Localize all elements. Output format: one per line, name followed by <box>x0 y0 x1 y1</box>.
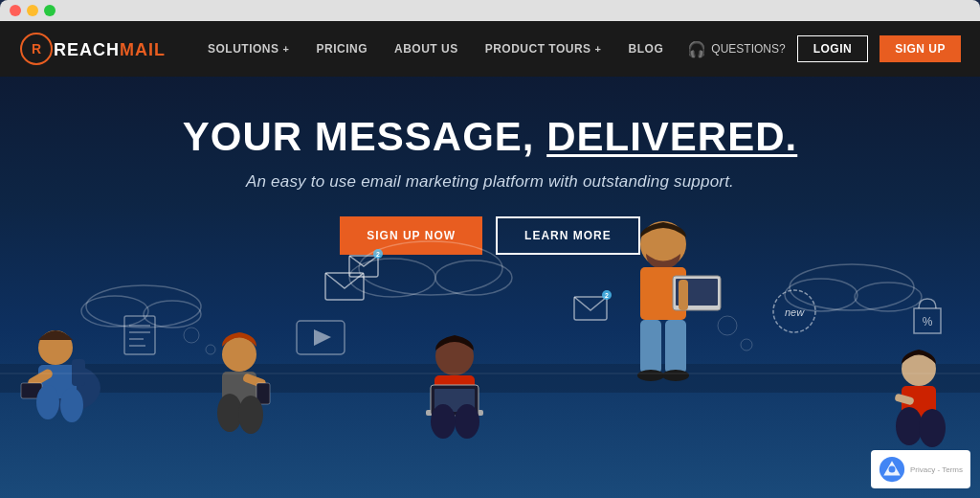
svg-text:2: 2 <box>376 251 380 258</box>
svg-point-66 <box>896 407 923 445</box>
recaptcha-badge: Privacy - Terms <box>871 450 970 488</box>
svg-text:%: % <box>923 315 933 328</box>
recaptcha-icon <box>879 456 905 483</box>
svg-rect-58 <box>679 280 688 310</box>
logo-text: REACHMAIL <box>54 38 166 60</box>
svg-point-4 <box>81 296 148 327</box>
svg-text:2: 2 <box>605 292 609 299</box>
svg-marker-20 <box>314 329 331 346</box>
nav-right: 🎧 QUESTIONS? LOGIN SIGN UP <box>687 35 961 62</box>
svg-point-11 <box>855 283 922 311</box>
svg-point-30 <box>206 345 215 354</box>
signup-button[interactable]: SIGN UP <box>880 35 961 62</box>
window-chrome <box>0 0 980 21</box>
svg-point-52 <box>431 404 456 439</box>
svg-rect-59 <box>640 320 661 374</box>
svg-text:R: R <box>32 41 41 57</box>
nav-pricing[interactable]: PRICING <box>302 21 381 77</box>
svg-point-29 <box>184 328 199 343</box>
svg-point-39 <box>36 385 59 419</box>
svg-point-40 <box>60 388 83 422</box>
navbar: R REACHMAIL SOLUTIONS+ PRICING ABOUT US … <box>0 21 980 77</box>
nav-solutions[interactable]: SOLUTIONS+ <box>194 21 302 77</box>
svg-rect-60 <box>665 320 686 374</box>
svg-point-32 <box>741 339 752 351</box>
svg-point-67 <box>919 409 946 447</box>
svg-point-41 <box>222 337 256 372</box>
svg-point-46 <box>238 396 263 434</box>
svg-point-5 <box>144 301 201 328</box>
login-button[interactable]: LOGIN <box>797 35 869 62</box>
headset-icon: 🎧 <box>687 40 706 58</box>
questions-button[interactable]: 🎧 QUESTIONS? <box>687 40 785 58</box>
hero-section: YOUR MESSAGE, DELIVERED. An easy to use … <box>0 77 980 498</box>
nav-blog[interactable]: BLOG <box>615 21 678 77</box>
nav-about[interactable]: ABOUT US <box>381 21 472 77</box>
svg-rect-36 <box>72 359 85 386</box>
svg-point-3 <box>86 285 201 328</box>
svg-point-31 <box>718 316 737 335</box>
logo-icon: R <box>19 32 54 66</box>
svg-point-53 <box>455 404 479 439</box>
hero-illustration: 2 2 new % <box>0 77 980 498</box>
minimize-dot[interactable] <box>27 5 38 16</box>
svg-point-62 <box>662 370 689 381</box>
nav-product-tours[interactable]: PRODUCT TOURS+ <box>472 21 615 77</box>
nav-links: SOLUTIONS+ PRICING ABOUT US PRODUCT TOUR… <box>194 21 687 77</box>
svg-point-70 <box>889 466 896 473</box>
svg-text:new: new <box>785 306 805 318</box>
logo[interactable]: R REACHMAIL <box>19 32 166 66</box>
svg-rect-2 <box>0 364 980 393</box>
close-dot[interactable] <box>10 5 21 16</box>
maximize-dot[interactable] <box>44 5 56 16</box>
recaptcha-text: Privacy - Terms <box>910 465 963 474</box>
svg-point-61 <box>637 370 664 381</box>
